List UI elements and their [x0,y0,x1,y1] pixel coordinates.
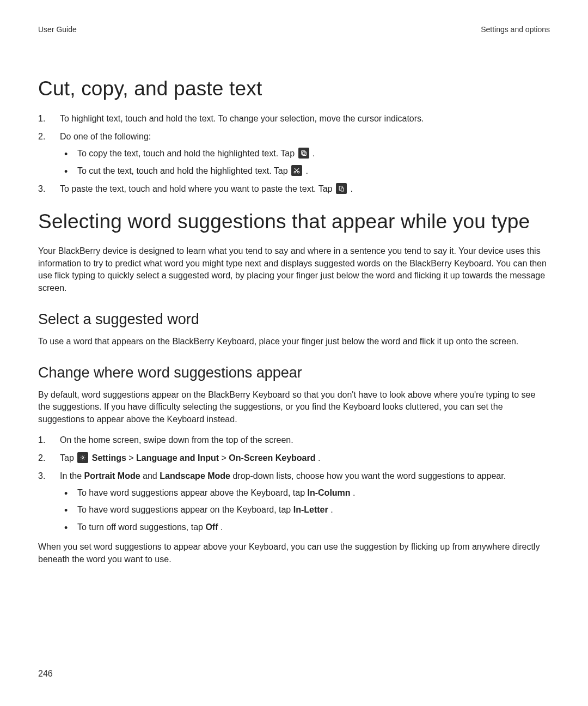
in-column-label: In-Column [308,488,351,497]
header-right: Settings and options [481,25,550,34]
svg-point-8 [82,457,84,458]
page-number: 246 [38,669,53,679]
b-post: . [330,505,333,514]
portrait-mode-label: Portrait Mode [84,471,140,480]
t-post: drop-down lists, choose how you want the… [232,471,506,480]
step-text-post: . [350,184,352,193]
step-1: To highlight text, touch and hold the te… [38,112,550,125]
cut-icon [291,165,302,176]
subsection-change-suggestions: Change where word suggestions appear [38,364,550,381]
section-intro: Your BlackBerry device is designed to le… [38,245,550,295]
step-text: On the home screen, swipe down from the … [60,435,293,445]
bullet-cut: To cut the text, touch and hold the high… [60,165,550,177]
nav-sep: > [222,453,229,462]
document-page: User Guide Settings and options Cut, cop… [0,0,588,706]
in-letter-label: In-Letter [293,505,328,514]
nav-end: . [318,453,320,462]
step-2: Do one of the following: To copy the tex… [38,130,550,177]
section-heading-word-suggestions: Selecting word suggestions that appear w… [38,210,550,233]
t-pre: In the [60,471,84,480]
copy-icon [298,148,309,159]
b-pre: To turn off word suggestions, tap [77,522,205,532]
svg-rect-1 [301,151,305,155]
bullet-copy: To copy the text, touch and hold the hig… [60,147,550,160]
bullet-text-pre: To copy the text, touch and hold the hig… [77,149,297,158]
settings-icon [77,452,88,463]
page-header: User Guide Settings and options [38,25,550,34]
bullet-off: To turn off word suggestions, tap Off . [60,521,550,533]
cut-copy-paste-steps: To highlight text, touch and hold the te… [38,112,550,195]
nav-language-input: Language and Input [136,453,219,462]
subsection-intro: By default, word suggestions appear on t… [38,389,550,426]
svg-rect-7 [341,188,344,191]
header-left: User Guide [38,25,77,34]
step-text-pre: To paste the text, touch and hold where … [60,184,335,193]
bullet-text-pre: To cut the text, touch and hold the high… [77,166,290,175]
step-text-pre: Tap [60,453,76,462]
b-post: . [353,488,355,497]
landscape-mode-label: Landscape Mode [160,471,230,480]
step-3: In the Portrait Mode and Landscape Mode … [38,470,550,533]
step-3-bullets: To have word suggestions appear above th… [60,486,550,533]
bullet-in-column: To have word suggestions appear above th… [60,486,550,499]
step-2-bullets: To copy the text, touch and hold the hig… [60,147,550,176]
subsection-outro: When you set word suggestions to appear … [38,541,550,565]
step-2: Tap Settings > Language and Input > On-S… [38,452,550,464]
nav-settings: Settings [92,453,126,462]
subsection-body: To use a word that appears on the BlackB… [38,336,550,348]
bullet-text-post: . [306,166,308,175]
step-text: To highlight text, touch and hold the te… [60,114,424,123]
bullet-text-post: . [313,149,315,158]
nav-sep: > [128,453,136,462]
step-text: Do one of the following: [60,132,151,141]
t-mid1: and [143,471,160,480]
section-heading-cut-copy-paste: Cut, copy, and paste text [38,77,550,100]
b-post: . [220,522,223,532]
subsection-select-suggested-word: Select a suggested word [38,311,550,328]
nav-on-screen-keyboard: On-Screen Keyboard [229,453,315,462]
change-suggestions-steps: On the home screen, swipe down from the … [38,434,550,533]
b-pre: To have word suggestions appear on the K… [77,505,293,514]
step-1: On the home screen, swipe down from the … [38,434,550,446]
step-3: To paste the text, touch and hold where … [38,182,550,195]
svg-rect-0 [302,152,306,156]
b-pre: To have word suggestions appear above th… [77,488,308,497]
off-label: Off [205,522,218,532]
paste-icon [336,183,347,194]
bullet-in-letter: To have word suggestions appear on the K… [60,503,550,516]
